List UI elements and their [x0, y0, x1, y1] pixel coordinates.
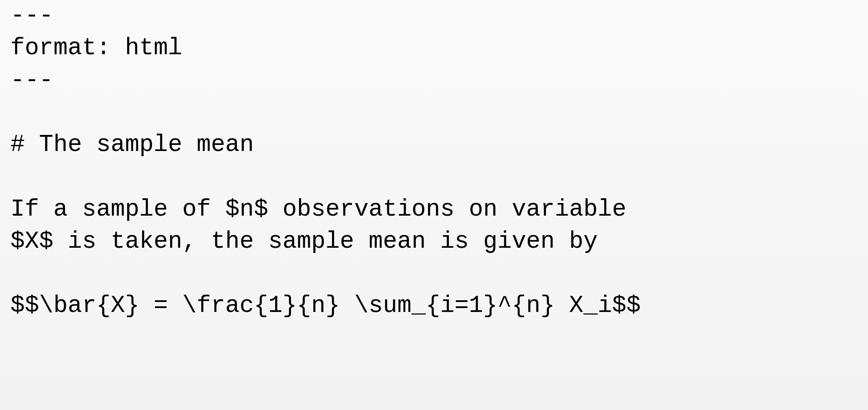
frontmatter-delimiter-close: --- [10, 65, 858, 97]
blank-line [10, 97, 858, 129]
paragraph-line-1: If a sample of $n$ observations on varia… [10, 194, 858, 226]
blank-line [10, 161, 858, 193]
paragraph-line-2: $X$ is taken, the sample mean is given b… [10, 226, 858, 258]
blank-line [10, 258, 858, 290]
heading-line: # The sample mean [10, 129, 858, 161]
code-document: --- format: html --- # The sample mean I… [10, 0, 858, 322]
frontmatter-format: format: html [10, 32, 858, 64]
frontmatter-delimiter-open: --- [10, 0, 858, 32]
math-display-line: $$\bar{X} = \frac{1}{n} \sum_{i=1}^{n} X… [10, 290, 858, 322]
